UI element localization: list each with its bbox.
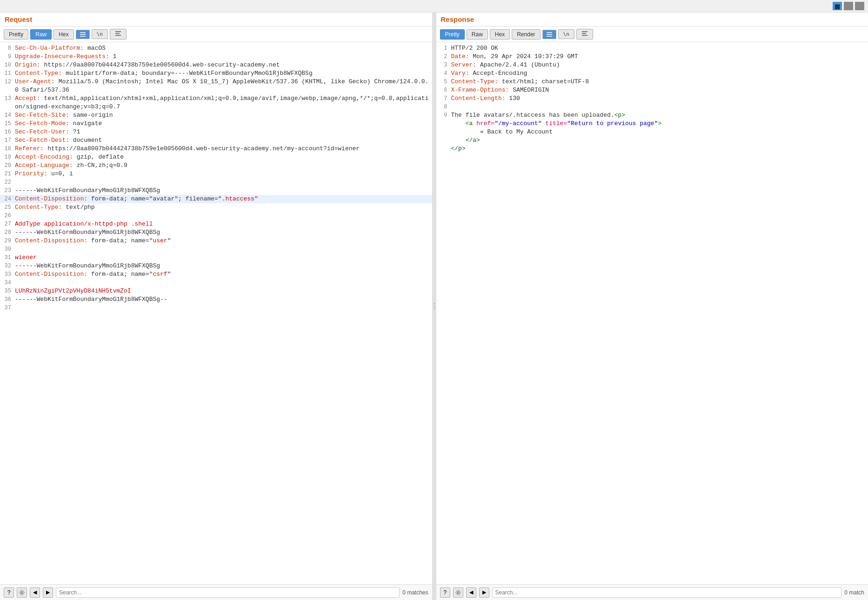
line-content: </a> xyxy=(451,136,867,145)
panel-divider[interactable]: ⋮ xyxy=(433,13,436,600)
line-content: « Back to My Account xyxy=(451,128,867,136)
request-title: Request xyxy=(0,13,432,27)
code-token: "/my-account" xyxy=(494,120,541,127)
line-number: 10 xyxy=(2,61,15,69)
layout-btn-3[interactable] xyxy=(855,2,864,10)
request-toolbar: Pretty Raw Hex \n xyxy=(0,27,432,42)
code-token: Accept-Language: xyxy=(15,162,77,169)
line-number: 8 xyxy=(2,44,15,53)
layout-btn-2[interactable] xyxy=(844,2,853,10)
code-token: Sec-Fetch-Site: xyxy=(15,112,73,119)
code-token: Upgrade-Insecure-Requests: xyxy=(15,53,113,60)
response-tab-raw[interactable]: Raw xyxy=(467,29,488,40)
response-search-input[interactable] xyxy=(492,587,842,598)
code-token: multipart/form-data; boundary=----WebKit… xyxy=(66,70,313,77)
response-back-btn[interactable]: ◀ xyxy=(466,587,476,598)
line-content: Upgrade-Insecure-Requests: 1 xyxy=(15,53,430,61)
code-token: Mon, 29 Apr 2024 10:37:29 GMT xyxy=(473,53,578,60)
code-token: text/html; charset=UTF-8 xyxy=(502,78,589,85)
svg-point-6 xyxy=(21,592,23,593)
line-number: 18 xyxy=(2,145,15,153)
table-row: 26 xyxy=(0,212,432,220)
table-row: 19Accept-Encoding: gzip, deflate xyxy=(0,153,432,161)
request-list-icon[interactable] xyxy=(76,30,90,39)
line-number: 33 xyxy=(2,270,15,279)
request-search-input[interactable] xyxy=(56,587,400,598)
code-token: document xyxy=(73,137,102,144)
request-tab-raw[interactable]: Raw xyxy=(30,29,52,40)
code-token: macOS xyxy=(87,45,106,52)
table-row: 28------WebKitFormBoundaryMmoG1Rjb8WFXQB… xyxy=(0,228,432,237)
request-newline-btn[interactable]: \n xyxy=(92,29,108,39)
code-token: Sec-Fetch-Mode: xyxy=(15,120,73,127)
code-token: Vary: xyxy=(451,70,473,77)
layout-btn-1[interactable]: ▦ xyxy=(833,2,842,10)
panels: Request Pretty Raw Hex \n xyxy=(0,13,868,600)
line-number: 3 xyxy=(438,61,451,69)
line-number: 11 xyxy=(2,69,15,78)
code-token: form-data; name=" xyxy=(91,271,153,278)
list-svg-icon xyxy=(80,32,86,37)
response-fwd-btn[interactable]: ▶ xyxy=(479,587,489,598)
line-content: Accept-Language: zh-CN,zh;q=0.9 xyxy=(15,161,430,170)
code-token: ------WebKitFormBoundaryMmoG1Rjb8WFXQBSg xyxy=(15,229,160,236)
line-number: 27 xyxy=(2,220,15,228)
request-settings-btn[interactable] xyxy=(17,587,27,598)
code-token: Date: xyxy=(451,53,473,60)
table-row: <a href="/my-account" title="Return to p… xyxy=(436,120,868,128)
response-wrap-btn[interactable] xyxy=(576,29,593,40)
request-wrap-btn[interactable] xyxy=(110,29,127,40)
line-content: Content-Type: multipart/form-data; bound… xyxy=(15,69,430,78)
response-question-btn[interactable]: ? xyxy=(440,587,450,598)
code-token: Sec-Fetch-User: xyxy=(15,128,73,135)
table-row: 1HTTP/2 200 OK xyxy=(436,44,868,53)
code-token: </p> xyxy=(451,145,466,152)
table-row: 22 xyxy=(0,178,432,187)
response-tab-pretty[interactable]: Pretty xyxy=(440,29,465,40)
code-token: u=0, i xyxy=(51,170,73,177)
line-content: User-Agent: Mozilla/5.0 (Macintosh; Inte… xyxy=(15,78,430,94)
request-question-btn[interactable]: ? xyxy=(4,587,14,598)
line-content: ------WebKitFormBoundaryMmoG1Rjb8WFXQBSg… xyxy=(15,295,430,304)
response-tab-hex[interactable]: Hex xyxy=(490,29,510,40)
code-token: same-origin xyxy=(73,112,113,119)
response-list-svg-icon xyxy=(546,32,553,37)
code-token: " xyxy=(167,237,171,244)
wrap-svg-icon xyxy=(115,31,121,36)
code-token xyxy=(451,137,466,144)
line-number: 19 xyxy=(2,153,15,161)
line-number: 23 xyxy=(2,187,15,195)
response-tab-render[interactable]: Render xyxy=(512,29,540,40)
code-token: navigate xyxy=(73,120,102,127)
code-token: ?1 xyxy=(73,128,80,135)
response-newline-btn[interactable]: \n xyxy=(558,29,574,39)
line-number: 6 xyxy=(438,86,451,94)
settings-icon xyxy=(19,589,25,596)
request-matches: 0 matches xyxy=(402,589,428,596)
line-content: Content-Disposition: form-data; name="cs… xyxy=(15,270,430,279)
request-fwd-btn[interactable]: ▶ xyxy=(43,587,53,598)
code-token: gzip, deflate xyxy=(77,153,124,160)
code-token: Content-Length: xyxy=(451,95,509,102)
code-token: Priority: xyxy=(15,170,51,177)
response-list-icon[interactable] xyxy=(542,30,556,39)
line-content: Sec-Fetch-Site: same-origin xyxy=(15,111,430,120)
table-row: 5Content-Type: text/html; charset=UTF-8 xyxy=(436,78,868,86)
line-number: 22 xyxy=(2,178,15,187)
request-tab-pretty[interactable]: Pretty xyxy=(4,29,28,40)
request-tab-hex[interactable]: Hex xyxy=(53,29,73,40)
table-row: 4Vary: Accept-Encoding xyxy=(436,69,868,78)
table-row: 16Sec-Fetch-User: ?1 xyxy=(0,128,432,136)
response-settings-btn[interactable] xyxy=(453,587,463,598)
code-token: AddType application/x-httpd-php .shell xyxy=(15,220,153,227)
code-token: https://0aa8007b044424738b759e1e005600d4… xyxy=(47,145,360,152)
request-back-btn[interactable]: ◀ xyxy=(30,587,40,598)
table-row: 9The file avatars/.htaccess has been upl… xyxy=(436,111,868,120)
table-row: 30 xyxy=(0,245,432,253)
code-token: <a xyxy=(466,120,473,127)
table-row: 11Content-Type: multipart/form-data; bou… xyxy=(0,69,432,78)
table-row: 3Server: Apache/2.4.41 (Ubuntu) xyxy=(436,61,868,69)
table-row: 18Referer: https://0aa8007b044424738b759… xyxy=(0,145,432,153)
table-row: 15Sec-Fetch-Mode: navigate xyxy=(0,120,432,128)
line-number: 9 xyxy=(2,53,15,61)
